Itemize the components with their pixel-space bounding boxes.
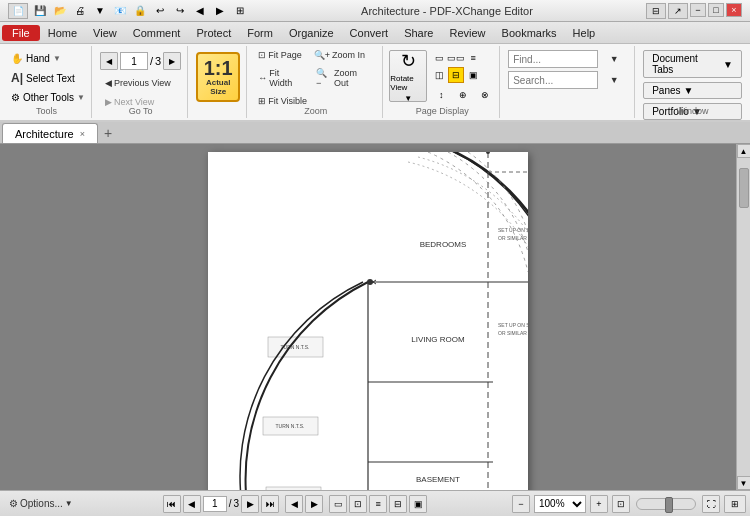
prev-nav-btn[interactable]: ◀ bbox=[100, 52, 118, 70]
app-icon[interactable]: 📄 bbox=[8, 3, 28, 19]
save-quick-btn[interactable]: 💾 bbox=[32, 3, 48, 19]
active-display-btn[interactable]: ⊟ bbox=[448, 67, 464, 83]
vertical-scrollbar: ▲ ▼ bbox=[736, 144, 750, 490]
menu-protect[interactable]: Protect bbox=[188, 25, 239, 41]
actual-size-btn[interactable]: 1:1 Actual Size bbox=[196, 52, 240, 102]
page-sep: / bbox=[150, 55, 153, 67]
open-quick-btn[interactable]: 📂 bbox=[52, 3, 68, 19]
scroll-btn[interactable]: ≡ bbox=[465, 50, 481, 66]
tab-close-btn[interactable]: × bbox=[80, 129, 85, 139]
quick-icon1[interactable]: 📧 bbox=[112, 3, 128, 19]
status-page-input[interactable] bbox=[203, 496, 227, 512]
actual-size-label: Actual bbox=[206, 78, 230, 87]
next-nav-btn[interactable]: ▶ bbox=[163, 52, 181, 70]
extra-btn1[interactable]: ↕ bbox=[431, 85, 451, 105]
status-icon5-btn[interactable]: ▣ bbox=[409, 495, 427, 513]
extra-btn3[interactable]: ⊗ bbox=[475, 85, 495, 105]
scroll-track[interactable] bbox=[738, 158, 750, 476]
status-prev-page-btn[interactable]: ◀ bbox=[183, 495, 201, 513]
extra-btn2[interactable]: ⊕ bbox=[453, 85, 473, 105]
search-btn[interactable]: ▼ bbox=[600, 73, 628, 87]
close-btn[interactable]: × bbox=[726, 3, 742, 17]
back-btn[interactable]: ◀ bbox=[192, 3, 208, 19]
menu-help[interactable]: Help bbox=[565, 25, 604, 41]
fit-page-icon: ⊡ bbox=[258, 50, 266, 60]
fit-width-btn[interactable]: ↔ Fit Width bbox=[253, 65, 309, 91]
zoom-fit-status-btn[interactable]: ⊡ bbox=[612, 495, 630, 513]
dropdown-quick-btn[interactable]: ▼ bbox=[92, 3, 108, 19]
menu-organize[interactable]: Organize bbox=[281, 25, 342, 41]
status-nav-fwd-btn[interactable]: ▶ bbox=[305, 495, 323, 513]
options-label: Options... bbox=[20, 498, 63, 509]
other-tools-btn[interactable]: ⚙ Other Tools ▼ bbox=[6, 89, 90, 106]
menu-review[interactable]: Review bbox=[441, 25, 493, 41]
scroll-up-btn[interactable]: ▲ bbox=[737, 144, 751, 158]
page-nav-input[interactable] bbox=[120, 52, 148, 70]
zoom-slider-thumb[interactable] bbox=[665, 497, 673, 513]
zoom-in-btn[interactable]: 🔍+ Zoom In bbox=[309, 47, 370, 63]
quick-icon2[interactable]: 🔒 bbox=[132, 3, 148, 19]
status-icon4-btn[interactable]: ⊟ bbox=[389, 495, 407, 513]
menu-file[interactable]: File bbox=[2, 25, 40, 41]
find-input[interactable] bbox=[508, 50, 598, 68]
status-icon2-btn[interactable]: ⊡ bbox=[349, 495, 367, 513]
prev-view-btn[interactable]: ◀ Previous View bbox=[100, 75, 176, 91]
menu-home[interactable]: Home bbox=[40, 25, 85, 41]
fit-width-icon: ↔ bbox=[258, 73, 267, 83]
select-text-label: Select Text bbox=[26, 73, 75, 84]
cover-page-btn[interactable]: ▣ bbox=[465, 67, 481, 83]
quick-btn3[interactable]: 🖨 bbox=[72, 3, 88, 19]
other-tools-arrow: ▼ bbox=[77, 93, 85, 102]
zoom-slider[interactable] bbox=[636, 498, 696, 510]
architecture-tab[interactable]: Architecture × bbox=[2, 123, 98, 143]
add-tab-btn[interactable]: + bbox=[98, 123, 118, 143]
main-content: BEDROOMS LIVING ROOM BASEMENT TURN N.T.S… bbox=[0, 144, 750, 490]
find-btn[interactable]: ▼ bbox=[600, 52, 628, 66]
fit-page-btn[interactable]: ⊡ Fit Page bbox=[253, 47, 307, 63]
zoom-out-btn[interactable]: 🔍− Zoom Out bbox=[311, 65, 378, 91]
menu-comment[interactable]: Comment bbox=[125, 25, 189, 41]
zoom-fullscreen-btn[interactable]: ⛶ bbox=[702, 495, 720, 513]
hand-tool-btn[interactable]: ✋ Hand ▼ bbox=[6, 50, 90, 67]
svg-text:LIVING ROOM: LIVING ROOM bbox=[411, 335, 465, 344]
status-next-page-btn[interactable]: ▶ bbox=[241, 495, 259, 513]
status-first-page-btn[interactable]: ⏮ bbox=[163, 495, 181, 513]
options-btn[interactable]: ⚙ Options... ▼ bbox=[4, 496, 78, 511]
forward-btn[interactable]: ▶ bbox=[212, 3, 228, 19]
menu-view[interactable]: View bbox=[85, 25, 125, 41]
status-icon3-btn[interactable]: ≡ bbox=[369, 495, 387, 513]
zoom-out-status-btn[interactable]: − bbox=[512, 495, 530, 513]
status-mid: ⏮ ◀ / 3 ▶ ⏭ ◀ ▶ ▭ ⊡ ≡ ⊟ ▣ bbox=[82, 495, 508, 513]
status-last-page-btn[interactable]: ⏭ bbox=[261, 495, 279, 513]
launch-icon[interactable]: ↗ bbox=[668, 3, 688, 19]
rotate-btn[interactable]: ↻ Rotate View ▼ bbox=[389, 50, 427, 102]
two-page-btn[interactable]: ▭▭ bbox=[448, 50, 464, 66]
more-actions-btn[interactable]: ⊞ bbox=[232, 3, 248, 19]
single-page-btn[interactable]: ▭ bbox=[431, 50, 447, 66]
maximize-btn[interactable]: □ bbox=[708, 3, 724, 17]
zoom-out-label: Zoom Out bbox=[334, 68, 373, 88]
minimize-btn[interactable]: − bbox=[690, 3, 706, 17]
select-text-btn[interactable]: A| Select Text bbox=[6, 68, 90, 88]
scroll-down-btn[interactable]: ▼ bbox=[737, 476, 751, 490]
menu-convert[interactable]: Convert bbox=[342, 25, 397, 41]
redo-btn[interactable]: ↪ bbox=[172, 3, 188, 19]
panes-btn[interactable]: Panes ▼ bbox=[643, 82, 742, 99]
doc-tabs-btn[interactable]: Document Tabs ▼ bbox=[643, 50, 742, 78]
fit-visible-icon: ⊞ bbox=[258, 96, 266, 106]
menu-share[interactable]: Share bbox=[396, 25, 441, 41]
search-input[interactable] bbox=[508, 71, 598, 89]
menu-bookmarks[interactable]: Bookmarks bbox=[494, 25, 565, 41]
taskbar-icon[interactable]: ⊟ bbox=[646, 3, 666, 19]
status-nav-back-btn[interactable]: ◀ bbox=[285, 495, 303, 513]
zoom-select[interactable]: 100% bbox=[534, 495, 586, 513]
menu-form[interactable]: Form bbox=[239, 25, 281, 41]
zoom-in-status-btn[interactable]: + bbox=[590, 495, 608, 513]
zoom-extra-btn[interactable]: ⊞ bbox=[724, 495, 746, 513]
pdf-viewport[interactable]: BEDROOMS LIVING ROOM BASEMENT TURN N.T.S… bbox=[0, 144, 736, 490]
doc-section: Document Tabs ▼ Panes ▼ Portfolio ▼ Wind… bbox=[637, 46, 748, 118]
scroll-thumb[interactable] bbox=[739, 168, 749, 208]
facing-btn[interactable]: ◫ bbox=[431, 67, 447, 83]
status-icon1-btn[interactable]: ▭ bbox=[329, 495, 347, 513]
undo-btn[interactable]: ↩ bbox=[152, 3, 168, 19]
